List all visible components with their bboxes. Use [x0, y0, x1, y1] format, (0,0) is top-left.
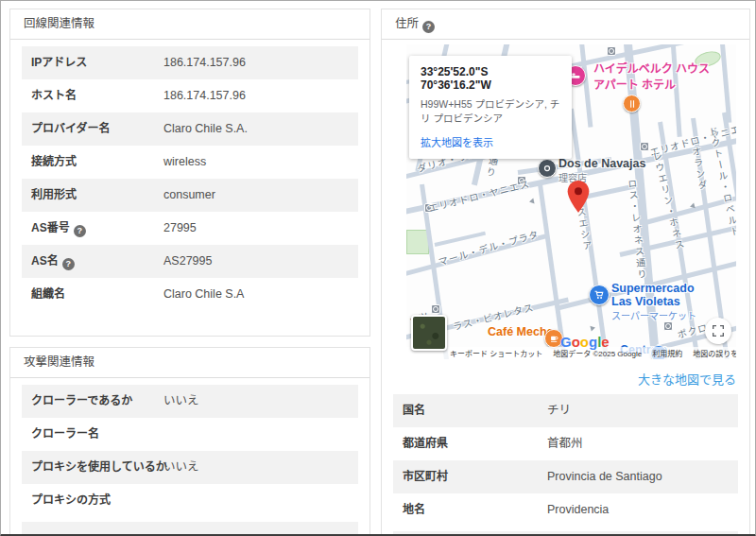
- transit-station-icon[interactable]: [607, 46, 616, 56]
- row-value: Providencia: [547, 493, 609, 527]
- view-larger-map-link[interactable]: 拡大地図を表示: [421, 134, 560, 149]
- barber-poi-icon[interactable]: [538, 159, 557, 178]
- row-label: 利用形式: [31, 179, 77, 212]
- street-label: オランダ: [690, 146, 707, 192]
- row-value: 186.174.157.96: [163, 46, 246, 79]
- row-value: チリ: [547, 394, 571, 427]
- row-value: いいえ: [163, 451, 199, 484]
- transit-station-icon[interactable]: [431, 304, 440, 314]
- row-label: 組織名: [31, 278, 65, 311]
- row-label: 国名: [403, 394, 425, 427]
- row-value: wireless: [163, 146, 206, 179]
- attack-info-panel: 攻撃関連情報 クローラーであるか いいえ クローラー名 プロキシを使用しているか…: [9, 347, 370, 536]
- google-logo[interactable]: Google: [560, 334, 610, 350]
- street-label: エリオドロ・ヤニエス: [427, 176, 531, 215]
- row-label: プロキシを使用しているか: [31, 451, 167, 484]
- line-info-panel: 回線関連情報 IPアドレス 186.174.157.96 ホスト名 186.17…: [9, 9, 370, 337]
- table-row: プロバイダー名 Claro Chile S.A.: [22, 112, 358, 146]
- row-label: AS名: [31, 245, 75, 278]
- address-panel-title: 住所: [382, 9, 749, 40]
- address-panel: 住所: [381, 9, 750, 536]
- ip-info-page: 回線関連情報 IPアドレス 186.174.157.96 ホスト名 186.17…: [0, 0, 756, 536]
- row-label: クローラーであるか: [31, 385, 132, 418]
- table-row: [22, 522, 358, 535]
- terms-link[interactable]: 利用規約: [652, 348, 682, 358]
- table-row: 接続方式 wireless: [22, 146, 358, 179]
- table-row: IPアドレス 186.174.157.96: [22, 46, 358, 79]
- keyboard-shortcuts-button[interactable]: キーボード ショートカット: [450, 348, 542, 358]
- view-bigger-map-link[interactable]: 大きな地図で見る: [406, 370, 736, 388]
- table-row: 国名 チリ: [393, 394, 738, 427]
- map-info-card: 33°25'52.0"S 70°36'16.2"W H99W+H55 プロビデン…: [409, 56, 572, 159]
- cafe-poi-label[interactable]: Café Meche: [488, 325, 553, 338]
- line-info-panel-title: 回線関連情報: [10, 9, 369, 40]
- help-icon[interactable]: [62, 258, 75, 270]
- row-label: 市区町村: [403, 460, 448, 493]
- row-value: いいえ: [163, 385, 199, 418]
- satellite-view-toggle[interactable]: [411, 315, 447, 351]
- row-label: 地名: [403, 493, 425, 527]
- row-value: AS27995: [163, 245, 212, 278]
- transit-station-icon[interactable]: [663, 321, 673, 331]
- row-value: Claro Chile S.A.: [163, 112, 248, 146]
- map-street: [578, 44, 593, 128]
- table-row: プロキシを使用しているか いいえ: [22, 451, 358, 484]
- row-label: 都道府県: [403, 427, 448, 460]
- fullscreen-icon[interactable]: [705, 318, 731, 344]
- row-label: ホスト名: [31, 79, 77, 112]
- help-icon[interactable]: [74, 225, 86, 237]
- google-map-embed[interactable]: ジェノバ ダリオ・ウルスア エリオドロ・ヤニエス エリオドロ・ヤニエス マール・…: [406, 44, 736, 359]
- table-row: AS番号 27995: [22, 212, 358, 245]
- row-label: 接続方式: [31, 146, 77, 179]
- row-value: 186.174.157.96: [163, 79, 246, 112]
- row-label: IPアドレス: [31, 46, 87, 79]
- row-value: Claro Chile S.A: [163, 278, 244, 311]
- table-row: 利用形式 consumer: [22, 179, 358, 212]
- table-row: ホスト名 186.174.157.96: [22, 79, 358, 112]
- row-label: クローラー名: [31, 418, 99, 451]
- table-row: プロキシの方式: [22, 484, 358, 517]
- coordinates-title: 33°25'52.0"S 70°36'16.2"W: [421, 65, 560, 92]
- oneway-arrow-icon: [590, 324, 595, 331]
- table-row: 組織名 Claro Chile S.A: [22, 278, 358, 311]
- row-value: consumer: [163, 179, 215, 212]
- supermarket-poi-icon[interactable]: [589, 285, 610, 305]
- report-error-link[interactable]: 地図の誤りを報告する: [693, 348, 736, 358]
- table-row: 都道府県 首都州: [393, 427, 738, 460]
- help-icon[interactable]: [422, 21, 435, 33]
- table-row: 市区町村 Provincia de Santiago: [393, 460, 738, 493]
- table-row: AS名 AS27995: [22, 245, 358, 278]
- restaurant-poi-icon[interactable]: [623, 95, 641, 112]
- oneway-arrow-icon: [528, 199, 534, 205]
- table-row: 地名 Providencia: [393, 493, 738, 527]
- location-pin[interactable]: [567, 181, 590, 216]
- street-label: マール・デル・プラタ: [437, 226, 541, 268]
- plus-code-address: H99W+H55 プロビデンシア, チリ プロビデンシア: [421, 97, 560, 125]
- row-value: 27995: [163, 212, 197, 245]
- row-label: プロキシの方式: [31, 484, 111, 517]
- map-street: [719, 44, 731, 123]
- row-value: Provincia de Santiago: [547, 460, 662, 493]
- table-row: クローラー名: [22, 418, 358, 451]
- attack-info-panel-title: 攻撃関連情報: [10, 348, 369, 378]
- table-row: クローラーであるか いいえ: [22, 385, 358, 418]
- table-row: [393, 531, 738, 536]
- supermarket-poi-label[interactable]: Supermercado Las Violetas スーパーマーケット: [611, 282, 696, 322]
- row-label: プロバイダー名: [31, 112, 111, 146]
- oneway-arrow-icon: [689, 202, 695, 209]
- row-label: AS番号: [31, 212, 86, 245]
- hotel-poi-label[interactable]: ハイデルベルク ハウスアパート ホテル: [593, 60, 710, 92]
- row-value: 首都州: [547, 427, 583, 460]
